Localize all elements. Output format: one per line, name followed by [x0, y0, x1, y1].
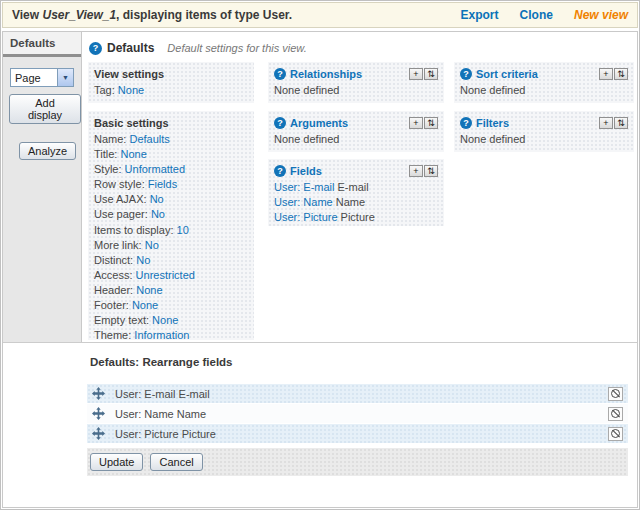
view-title-suffix: , displaying items of type User.	[116, 8, 292, 22]
display-heading-row: ? Defaults Default settings for this vie…	[89, 40, 307, 56]
view-title: View User_View_1, displaying items of ty…	[12, 8, 442, 22]
cancel-button[interactable]: Cancel	[150, 453, 202, 471]
use-pager-value-link[interactable]: No	[151, 208, 165, 220]
drag-handle-icon[interactable]	[92, 427, 105, 440]
row-label: User: Name Name	[115, 408, 608, 420]
items-to-display-value-link[interactable]: 10	[177, 224, 189, 236]
remove-button[interactable]	[608, 407, 623, 421]
distinct-label: Distinct:	[94, 254, 133, 266]
relationships-empty-text: None defined	[274, 83, 438, 98]
footer-value-link[interactable]: None	[132, 299, 158, 311]
remove-icon	[611, 429, 620, 438]
help-icon[interactable]: ?	[274, 165, 286, 177]
rearrange-title: Defaults: Rearrange fields	[90, 356, 637, 368]
arguments-link[interactable]: Arguments	[290, 117, 408, 129]
theme-label: Theme:	[94, 329, 131, 341]
access-value-link[interactable]: Unrestricted	[136, 269, 195, 281]
display-type-value: Page	[11, 69, 57, 86]
field-user-name-label: Name	[336, 196, 365, 208]
help-icon[interactable]: ?	[274, 117, 286, 129]
access-label: Access:	[94, 269, 133, 281]
filters-link[interactable]: Filters	[476, 117, 598, 129]
use-pager-label: Use pager:	[94, 208, 148, 220]
basic-settings-title: Basic settings	[94, 116, 248, 130]
table-row[interactable]: User: Name Name	[87, 404, 628, 423]
field-user-email-link[interactable]: User: E-mail	[274, 181, 335, 193]
tag-value-link[interactable]: None	[118, 84, 144, 96]
add-icon[interactable]: +	[599, 117, 613, 129]
display-heading: Defaults	[107, 41, 154, 55]
add-icon[interactable]: +	[599, 68, 613, 80]
arguments-empty-text: None defined	[274, 132, 438, 147]
drag-handle-icon[interactable]	[92, 407, 105, 420]
field-user-name-link[interactable]: User: Name	[274, 196, 333, 208]
field-user-email-label: E-mail	[338, 181, 369, 193]
clone-link[interactable]: Clone	[520, 8, 553, 22]
fields-link[interactable]: Fields	[290, 165, 408, 177]
style-label: Style:	[94, 163, 122, 175]
remove-button[interactable]	[608, 387, 623, 401]
rearrange-table: User: E-mail E-mail User: Name Name User…	[87, 384, 628, 444]
relationships-link[interactable]: Relationships	[290, 68, 408, 80]
help-icon[interactable]: ?	[460, 68, 472, 80]
add-icon[interactable]: +	[409, 117, 423, 129]
rearrange-footer: Update Cancel	[87, 448, 628, 476]
remove-icon	[611, 389, 620, 398]
help-icon[interactable]: ?	[89, 42, 102, 55]
help-icon[interactable]: ?	[274, 68, 286, 80]
row-label: User: Picture Picture	[115, 428, 608, 440]
title-label: Title:	[94, 148, 117, 160]
rearrange-icon[interactable]: ⇅	[424, 165, 438, 177]
remove-button[interactable]	[608, 427, 623, 441]
tab-defaults[interactable]: Defaults	[3, 32, 81, 57]
empty-text-value-link[interactable]: None	[152, 314, 178, 326]
rearrange-icon[interactable]: ⇅	[424, 117, 438, 129]
table-row[interactable]: User: Picture Picture	[87, 424, 628, 443]
add-display-button[interactable]: Add display	[9, 94, 81, 124]
rearrange-icon[interactable]: ⇅	[614, 117, 628, 129]
items-to-display-label: Items to display:	[94, 224, 173, 236]
fields-bucket: ? Fields + ⇅ User: E-mailE-mail User: Na…	[268, 159, 444, 226]
views-edit-container: Defaults Page ▼ Add display Analyze ? De…	[2, 31, 638, 508]
new-view-link[interactable]: New view	[574, 8, 628, 22]
rearrange-icon[interactable]: ⇅	[614, 68, 628, 80]
sort-criteria-empty-text: None defined	[460, 83, 628, 98]
style-value-link[interactable]: Unformatted	[125, 163, 186, 175]
display-type-select[interactable]: Page ▼	[10, 68, 74, 87]
field-user-picture-label: Picture	[341, 211, 375, 223]
header-value-link[interactable]: None	[136, 284, 162, 296]
distinct-value-link[interactable]: No	[136, 254, 150, 266]
display-sidebar: Defaults Page ▼ Add display Analyze	[3, 32, 82, 343]
use-ajax-value-link[interactable]: No	[150, 193, 164, 205]
sort-criteria-link[interactable]: Sort criteria	[476, 68, 598, 80]
name-value-link[interactable]: Defaults	[129, 133, 169, 145]
row-label: User: E-mail E-mail	[115, 388, 608, 400]
help-icon[interactable]: ?	[460, 117, 472, 129]
row-style-value-link[interactable]: Fields	[148, 178, 177, 190]
footer-label: Footer:	[94, 299, 129, 311]
filters-bucket: ? Filters + ⇅ None defined	[454, 111, 634, 152]
filters-empty-text: None defined	[460, 132, 628, 147]
update-button[interactable]: Update	[90, 453, 143, 471]
add-icon[interactable]: +	[409, 165, 423, 177]
rearrange-icon[interactable]: ⇅	[424, 68, 438, 80]
empty-text-label: Empty text:	[94, 314, 149, 326]
row-style-label: Row style:	[94, 178, 145, 190]
relationships-bucket: ? Relationships + ⇅ None defined	[268, 62, 444, 103]
table-row[interactable]: User: E-mail E-mail	[87, 384, 628, 403]
use-ajax-label: Use AJAX:	[94, 193, 147, 205]
chevron-down-icon: ▼	[57, 69, 73, 86]
export-link[interactable]: Export	[460, 8, 498, 22]
analyze-button[interactable]: Analyze	[19, 142, 76, 160]
sort-criteria-bucket: ? Sort criteria + ⇅ None defined	[454, 62, 634, 103]
theme-value-link[interactable]: Information	[134, 329, 189, 341]
field-user-picture-link[interactable]: User: Picture	[274, 211, 338, 223]
title-value-link[interactable]: None	[121, 148, 147, 160]
more-link-value-link[interactable]: No	[145, 239, 159, 251]
header-label: Header:	[94, 284, 133, 296]
view-name: User_View_1	[42, 8, 116, 22]
name-label: Name:	[94, 133, 126, 145]
add-icon[interactable]: +	[409, 68, 423, 80]
view-title-prefix: View	[12, 8, 39, 22]
drag-handle-icon[interactable]	[92, 387, 105, 400]
